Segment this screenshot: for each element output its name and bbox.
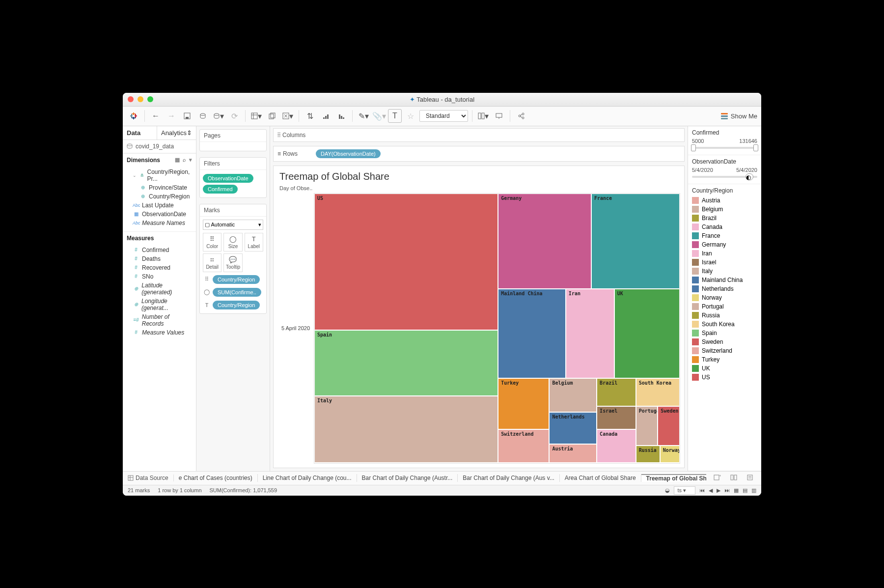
legend-item[interactable]: Italy xyxy=(692,267,757,276)
treemap-cell[interactable]: Iran xyxy=(566,289,614,378)
dimension-field[interactable]: ▦ObservationDate xyxy=(123,210,196,219)
sheet-tab[interactable]: Treemap of Global Share xyxy=(641,474,706,482)
sheet-tab[interactable]: e Chart of Cases (countries) xyxy=(174,474,258,482)
measure-field[interactable]: #SNo xyxy=(123,272,196,281)
legend-item[interactable]: Austria xyxy=(692,196,757,205)
treemap-cell[interactable]: Belgium xyxy=(549,378,597,412)
legend-item[interactable]: Turkey xyxy=(692,355,757,364)
columns-shelf[interactable]: ⦙⦙⦙Columns xyxy=(273,128,685,142)
legend-item[interactable]: UK xyxy=(692,364,757,373)
presentation-icon[interactable] xyxy=(492,109,506,123)
treemap-cell[interactable]: Spain xyxy=(314,330,498,396)
legend-item[interactable]: Portugal xyxy=(692,302,757,311)
mark-pill[interactable]: Country/Region xyxy=(213,275,260,284)
prev-icon[interactable]: ◀ xyxy=(709,487,713,494)
minimize-button[interactable] xyxy=(138,96,143,102)
tabview-icon[interactable]: ▦ xyxy=(734,487,739,494)
showme-button[interactable]: Show Me xyxy=(721,112,757,120)
highlight-icon[interactable]: ✎▾ xyxy=(357,109,370,123)
legend-item[interactable]: Spain xyxy=(692,329,757,337)
obsdate-filter[interactable]: ObservationDate 5/4/20205/4/2020 ◐ xyxy=(688,155,761,184)
mark-detail-button[interactable]: ⠶Detail xyxy=(203,253,221,272)
new-worksheet-tab-icon[interactable]: + xyxy=(710,471,724,485)
dimension-field[interactable]: AbcLast Update xyxy=(123,201,196,210)
pause-updates-icon[interactable]: ▾ xyxy=(212,109,225,123)
sort-desc-icon[interactable] xyxy=(334,109,348,123)
legend-item[interactable]: France xyxy=(692,231,757,240)
treemap-cell[interactable]: South Korea xyxy=(636,378,680,406)
view-icon[interactable]: ▦ xyxy=(175,157,180,163)
tableau-logo-icon[interactable] xyxy=(127,109,140,123)
filter-pill[interactable]: ObservationDate xyxy=(203,174,253,183)
confirmed-slider[interactable] xyxy=(692,147,757,149)
search-icon[interactable]: ⌕ xyxy=(183,157,186,163)
sheet-tab[interactable]: Bar Chart of Daily Change (Austr... xyxy=(357,474,458,482)
legend-item[interactable]: Netherlands xyxy=(692,284,757,293)
legend-item[interactable]: Brazil xyxy=(692,214,757,223)
confirmed-filter[interactable]: Confirmed 5000131646 xyxy=(688,126,761,155)
obsdate-slider[interactable]: ◐ xyxy=(692,176,757,178)
legend-item[interactable]: Switzerland xyxy=(692,346,757,355)
treemap-cell[interactable]: Switzerland xyxy=(498,429,549,463)
save-icon[interactable] xyxy=(180,109,194,123)
rows-shelf[interactable]: ≡Rows DAY(ObservationDate) xyxy=(273,146,685,162)
datasource-tab[interactable]: Data Source xyxy=(123,475,174,481)
treemap-cell[interactable]: Norway xyxy=(660,446,680,463)
group-icon[interactable]: 📎▾ xyxy=(372,109,386,123)
last-icon[interactable]: ⏭ xyxy=(724,487,730,493)
labels-icon[interactable]: T xyxy=(388,109,402,123)
dimension-field[interactable]: AbcMeasure Names xyxy=(123,219,196,227)
pin-icon[interactable]: ☆ xyxy=(404,109,417,123)
new-dashboard-tab-icon[interactable] xyxy=(727,471,741,485)
new-story-tab-icon[interactable] xyxy=(744,471,757,485)
treemap-chart[interactable]: USSpainItalyGermanyFranceMainland ChinaI… xyxy=(314,193,680,464)
legend-item[interactable]: Canada xyxy=(692,223,757,231)
marks-type-select[interactable]: ▢ Automatic▾ xyxy=(203,220,263,230)
measure-field[interactable]: #Confirmed xyxy=(123,246,196,254)
first-icon[interactable]: ⏮ xyxy=(699,487,705,493)
legend-item[interactable]: US xyxy=(692,373,757,382)
treemap-cell[interactable]: Russia xyxy=(636,446,660,463)
mark-pill[interactable]: SUM(Confirme.. xyxy=(213,288,261,297)
data-tab[interactable]: Data xyxy=(123,126,157,140)
treemap-cell[interactable]: France xyxy=(591,194,680,289)
mark-pill[interactable]: Country/Region xyxy=(213,301,260,309)
filter-pill[interactable]: Confirmed xyxy=(203,185,238,194)
measure-field[interactable]: =#Number of Records xyxy=(123,312,196,328)
datasource-row[interactable]: covid_19_data xyxy=(123,140,196,153)
menu-icon[interactable]: ▾ xyxy=(189,157,192,163)
dimension-field[interactable]: ⊕Province/State xyxy=(123,183,196,192)
swap-icon[interactable]: ⇅ xyxy=(303,109,317,123)
next-icon[interactable]: ▶ xyxy=(717,487,720,494)
duplicate-icon[interactable] xyxy=(265,109,279,123)
treemap-cell[interactable]: Italy xyxy=(314,396,498,463)
undo-icon[interactable]: ← xyxy=(149,109,163,123)
refresh-icon[interactable]: ⟳ xyxy=(227,109,241,123)
treemap-cell[interactable]: Turkey xyxy=(498,378,549,429)
sheet-tab[interactable]: Bar Chart of Daily Change (Aus v... xyxy=(458,474,560,482)
treemap-cell[interactable]: Mainland China xyxy=(498,289,566,378)
share-icon[interactable] xyxy=(514,109,528,123)
new-worksheet-icon[interactable]: ▾ xyxy=(249,109,263,123)
legend-item[interactable]: Sweden xyxy=(692,337,757,346)
treemap-cell[interactable]: Germany xyxy=(498,194,591,289)
user-select[interactable]: ts ▾ xyxy=(674,486,695,495)
measure-field[interactable]: #Deaths xyxy=(123,254,196,263)
legend-item[interactable]: Mainland China xyxy=(692,276,757,284)
treemap-cell[interactable]: Austria xyxy=(549,444,597,463)
close-button[interactable] xyxy=(128,96,134,102)
cards-icon[interactable]: ▾ xyxy=(476,109,490,123)
treemap-cell[interactable]: UK xyxy=(614,289,680,378)
treemap-cell[interactable]: Brazil xyxy=(597,378,636,406)
mark-tooltip-button[interactable]: 💬Tooltip xyxy=(223,253,242,272)
mark-label-button[interactable]: TLabel xyxy=(245,233,263,252)
sheet-tab[interactable]: Line Chart of Daily Change (cou... xyxy=(258,474,357,482)
legend-item[interactable]: Russia xyxy=(692,311,757,320)
fit-select[interactable]: Standard xyxy=(419,110,468,122)
mark-color-button[interactable]: ⠿Color xyxy=(203,233,221,252)
treemap-cell[interactable]: Canada xyxy=(597,429,636,463)
sortview-icon[interactable]: ▥ xyxy=(751,487,756,494)
filmstrip-icon[interactable]: ▤ xyxy=(743,487,747,494)
sheet-tab[interactable]: Area Chart of Global Share xyxy=(560,474,641,482)
measure-field[interactable]: #Measure Values xyxy=(123,328,196,337)
